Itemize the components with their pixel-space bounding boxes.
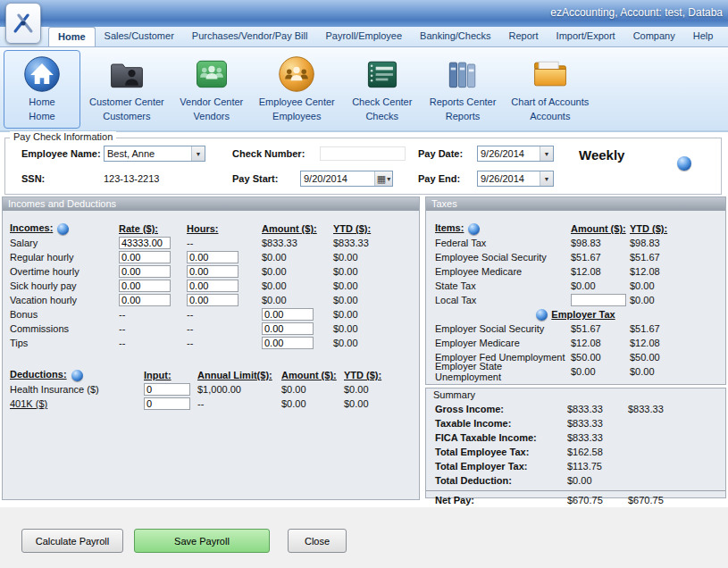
income-row-vacation-hourly: Vacation hourly $0.00 $0.00 — [3, 293, 419, 307]
401k-input[interactable] — [144, 397, 190, 410]
tax-ytd: $12.08 — [630, 266, 725, 277]
help-icon[interactable] — [468, 223, 480, 235]
income-amount: $0.00 — [262, 252, 333, 263]
income-ytd: $0.00 — [333, 338, 419, 348]
tax-amount: $51.67 — [571, 252, 630, 263]
pay-date-select[interactable]: 9/26/2014 — [477, 146, 554, 162]
tax-amount: $50.00 — [571, 352, 630, 363]
summary-ytd: $833.33 — [628, 404, 725, 414]
bonus-amount-input[interactable] — [262, 308, 314, 321]
check-number-input[interactable] — [320, 146, 406, 161]
summary-row-net-pay: Net Pay: $670.75 $670.75 — [426, 490, 725, 506]
incomes-deductions-panel: Incomes and Deductions Incomes: Rate ($)… — [2, 196, 420, 500]
toolbar-reports-center[interactable]: Reports Center Reports — [423, 50, 503, 129]
tax-ytd: $12.08 — [630, 338, 725, 348]
income-ytd: $0.00 — [333, 252, 419, 263]
pay-frequency: Weekly — [579, 147, 624, 163]
toolbar-label: Check Center — [352, 96, 412, 107]
salary-rate-input[interactable] — [119, 237, 171, 249]
vendor-center-icon — [190, 53, 233, 96]
overtime-rate-input[interactable] — [119, 265, 171, 278]
regular-hours-input[interactable] — [187, 251, 238, 263]
income-label: Sick hourly pay — [3, 280, 119, 291]
tab-payroll-employee[interactable]: Payroll/Employee — [316, 27, 411, 46]
tips-amount-input[interactable] — [262, 337, 314, 349]
employee-center-icon — [275, 53, 318, 96]
tax-amount: $0.00 — [571, 280, 630, 291]
income-rate: -- — [119, 309, 187, 320]
summary-row-fica-taxable-income: FICA Taxable Income: $833.33 — [426, 430, 725, 445]
deduction-limit: $1,000.00 — [197, 384, 281, 395]
pay-start-picker[interactable]: 9/20/2014 — [300, 171, 393, 187]
commissions-amount-input[interactable] — [262, 322, 314, 335]
app-logo-icon[interactable] — [5, 3, 41, 44]
tax-row-state: State Tax $0.00 $0.00 — [426, 279, 725, 293]
deduction-label[interactable]: 401K ($) — [3, 398, 144, 409]
income-hours: -- — [187, 238, 262, 248]
deduction-amount: $0.00 — [281, 384, 344, 395]
tab-purchases-vendor-pay-bill[interactable]: Purchases/Vendor/Pay Bill — [183, 27, 317, 46]
sick-rate-input[interactable] — [119, 280, 171, 292]
tax-amount: $0.00 — [571, 366, 630, 377]
toolbar-home[interactable]: Home Home — [4, 50, 80, 129]
help-icon[interactable] — [677, 156, 691, 171]
vacation-hours-input[interactable] — [187, 294, 238, 306]
employer-tax-header: Employer Tax — [551, 309, 615, 320]
toolbar-employee-center[interactable]: Employee Center Employees — [253, 50, 341, 129]
vacation-rate-input[interactable] — [119, 294, 171, 306]
overtime-hours-input[interactable] — [187, 265, 238, 278]
toolbar-check-center[interactable]: Check Center Checks — [344, 50, 421, 129]
tax-amount: $51.67 — [571, 323, 630, 334]
check-center-icon — [361, 53, 404, 96]
summary-row-total-employer-tax: Total Employer Tax: $113.75 — [426, 459, 725, 473]
summary-row-taxable-income: Taxable Income: $833.33 — [426, 416, 725, 430]
tax-ytd: $0.00 — [630, 280, 725, 291]
income-hours: -- — [187, 338, 262, 348]
employee-name-select[interactable]: Best, Anne — [104, 146, 205, 162]
sick-hours-input[interactable] — [187, 280, 238, 292]
deductions-header-row: Deductions: Input: Annual Limit($): Amou… — [3, 368, 419, 382]
deduction-row-health-insurance: Health Insurance ($) $1,000.00 $0.00 $0.… — [3, 382, 419, 397]
help-icon[interactable] — [536, 309, 548, 321]
save-payroll-button[interactable]: Save Payroll — [134, 529, 270, 553]
help-icon[interactable] — [57, 223, 69, 235]
customer-center-icon — [105, 53, 148, 96]
pay-end-select[interactable]: 9/26/2014 — [477, 171, 554, 187]
tab-banking-checks[interactable]: Banking/Checks — [411, 27, 500, 46]
deduction-limit: -- — [197, 398, 281, 409]
income-ytd: $833.33 — [333, 238, 419, 248]
income-label: Bonus — [3, 309, 119, 320]
toolbar-label: Customer Center — [89, 96, 164, 107]
calculate-payroll-button[interactable]: Calculate Payroll — [21, 529, 123, 553]
summary-label: Net Pay: — [426, 495, 567, 505]
income-label: Salary — [3, 238, 119, 248]
tab-sales-customer[interactable]: Sales/Customer — [96, 27, 183, 46]
toolbar-sublabel: Checks — [365, 111, 398, 121]
close-button[interactable]: Close — [288, 529, 347, 553]
summary-label: Total Employee Tax: — [426, 447, 567, 457]
summary-amount: $0.00 — [567, 475, 628, 486]
toolbar-sublabel: Home — [29, 111, 54, 121]
incomes-header: Incomes: — [10, 222, 53, 233]
tax-row-local: Local Tax $0.00 — [426, 293, 725, 307]
annual-limit-header: Annual Limit($): — [197, 370, 281, 380]
toolbar-vendor-center[interactable]: Vendor Center Vendors — [173, 50, 250, 129]
tab-report[interactable]: Report — [500, 27, 548, 46]
income-hours: -- — [187, 323, 262, 334]
income-ytd: $0.00 — [333, 266, 419, 277]
tab-help[interactable]: Help — [684, 27, 723, 46]
tax-label: Employee Medicare — [426, 266, 571, 277]
pay-end-label: Pay End: — [418, 173, 460, 184]
help-icon[interactable] — [71, 370, 83, 381]
local-tax-input[interactable] — [571, 294, 626, 306]
chevron-down-icon — [540, 171, 553, 186]
summary-label: Total Employer Tax: — [426, 461, 567, 472]
regular-rate-input[interactable] — [119, 251, 171, 263]
toolbar-chart-of-accounts[interactable]: Chart of Accounts Accounts — [505, 50, 595, 129]
tab-home[interactable]: Home — [48, 27, 96, 46]
income-label: Tips — [3, 338, 119, 348]
tab-company[interactable]: Company — [624, 27, 684, 46]
health-insurance-input[interactable] — [144, 383, 190, 396]
tab-import-export[interactable]: Import/Export — [548, 27, 624, 46]
toolbar-customer-center[interactable]: Customer Center Customers — [83, 50, 171, 129]
